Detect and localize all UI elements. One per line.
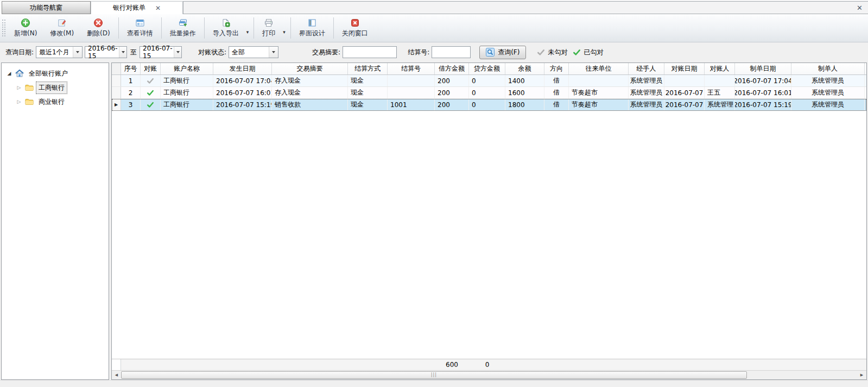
recon-status-select[interactable]: 全部 bbox=[229, 46, 278, 58]
cell-summary: 销售收款 bbox=[272, 99, 348, 110]
table-row[interactable]: 2工商银行2016-07-07 16:01存入现金现金20001600借节奏超市… bbox=[112, 87, 866, 99]
col-doc_date[interactable]: 制单日期 bbox=[735, 63, 791, 74]
date-range-preset-select[interactable]: 最近1个月 bbox=[36, 46, 83, 58]
cell-debit: 200 bbox=[435, 99, 469, 110]
app-window: 功能导航窗 银行对账单 ✕ ✕ 新增(N) bbox=[0, 0, 868, 387]
summary-filter-label: 交易摘要: bbox=[312, 48, 340, 57]
cell-seq: 3 bbox=[121, 99, 141, 110]
col-method[interactable]: 结算方式 bbox=[348, 63, 388, 74]
cell-direction: 借 bbox=[544, 87, 569, 98]
summary-filter-input[interactable] bbox=[343, 46, 397, 58]
details-icon bbox=[135, 18, 145, 28]
tree-expanded-icon[interactable]: ◢ bbox=[6, 71, 12, 76]
batch-operations-button[interactable]: 批量操作 bbox=[163, 15, 202, 41]
cell-settle_no bbox=[388, 87, 435, 98]
window-close-icon[interactable]: ✕ bbox=[857, 4, 863, 11]
grid-header: 序号对账账户名称发生日期交易摘要结算方式结算号借方金额贷方金额余额方向往来单位经… bbox=[112, 63, 866, 75]
footer-cell-handler bbox=[629, 359, 664, 370]
scroll-left-icon[interactable]: ◀ bbox=[112, 371, 121, 379]
cell-recon_person bbox=[705, 75, 735, 86]
col-handler[interactable]: 经手人 bbox=[629, 63, 664, 74]
cell-account: 工商银行 bbox=[161, 75, 213, 86]
tree-item-label: 工商银行 bbox=[36, 82, 67, 93]
chevron-down-icon[interactable]: ▾ bbox=[283, 29, 286, 35]
chevron-down-icon[interactable] bbox=[174, 47, 181, 58]
chevron-down-icon[interactable] bbox=[73, 47, 82, 58]
date-from-select[interactable]: 2016-06-15 bbox=[85, 46, 127, 58]
settle-no-filter-input[interactable] bbox=[432, 46, 471, 58]
search-button-label: 查询(F) bbox=[498, 48, 519, 57]
col-counterparty[interactable]: 往来单位 bbox=[569, 63, 629, 74]
col-account[interactable]: 账户名称 bbox=[161, 63, 213, 74]
toolbar: 新增(N) 修改(M) 删除(D) bbox=[0, 14, 868, 42]
tab-close-icon[interactable]: ✕ bbox=[155, 5, 161, 11]
print-button[interactable]: 打印 bbox=[256, 17, 282, 39]
cell-handler: 系统管理员 bbox=[629, 75, 664, 86]
col-check[interactable]: 对账 bbox=[141, 63, 161, 74]
tree-item-label: 商业银行 bbox=[36, 96, 67, 108]
col-balance[interactable]: 余额 bbox=[505, 63, 544, 74]
footer-cell-counterparty bbox=[569, 359, 629, 370]
footer-cell-debit: 600 bbox=[435, 359, 469, 370]
col-seq[interactable]: 序号 bbox=[121, 63, 141, 74]
col-date[interactable]: 发生日期 bbox=[213, 63, 272, 74]
tab-bank-statement[interactable]: 银行对账单 ✕ bbox=[91, 1, 183, 14]
grid-footer: 6000 bbox=[112, 359, 866, 370]
tree-item-commercial-bank[interactable]: ▷ 商业银行 bbox=[2, 95, 109, 109]
recon-status-label: 对账状态: bbox=[198, 48, 226, 57]
col-debit[interactable]: 借方金额 bbox=[435, 63, 469, 74]
import-export-icon bbox=[221, 18, 231, 28]
chevron-down-icon[interactable]: ▾ bbox=[246, 29, 249, 35]
tree-collapsed-icon[interactable]: ▷ bbox=[16, 85, 22, 90]
scrollbar-track[interactable]: ||| bbox=[121, 371, 857, 379]
date-to-select[interactable]: 2016-07-15 bbox=[140, 46, 182, 58]
col-credit[interactable]: 贷方金额 bbox=[469, 63, 505, 74]
add-button[interactable]: 新增(N) bbox=[8, 15, 43, 41]
table-row[interactable]: 1工商银行2016-07-07 17:04存入现金现金20001400借系统管理… bbox=[112, 75, 866, 87]
cell-settle_no: 1001 bbox=[388, 99, 435, 110]
close-window-button[interactable]: 关闭窗口 bbox=[335, 15, 375, 41]
checked-icon[interactable] bbox=[147, 101, 154, 109]
cell-check bbox=[141, 75, 161, 86]
col-direction[interactable]: 方向 bbox=[544, 63, 569, 74]
col-doc_person[interactable]: 制单人 bbox=[791, 63, 865, 74]
recon-status-value: 全部 bbox=[232, 48, 245, 57]
tree-item-icbc[interactable]: ▷ 工商银行 bbox=[2, 80, 109, 95]
tab-strip-filler: ✕ bbox=[183, 1, 868, 14]
scrollbar-thumb[interactable]: ||| bbox=[121, 371, 747, 379]
button-label: 查看详情 bbox=[127, 29, 153, 38]
chevron-down-icon[interactable] bbox=[269, 47, 278, 58]
horizontal-scrollbar[interactable]: ◀ ||| ▶ bbox=[112, 370, 866, 379]
scroll-right-icon[interactable]: ▶ bbox=[857, 371, 866, 379]
tree-root-all-accounts[interactable]: ◢ 全部银行账户 bbox=[2, 66, 109, 80]
ui-design-button[interactable]: 界面设计 bbox=[293, 15, 332, 41]
statement-grid: 序号对账账户名称发生日期交易摘要结算方式结算号借方金额贷方金额余额方向往来单位经… bbox=[111, 63, 867, 380]
cell-settle_no bbox=[388, 75, 435, 86]
status-bar bbox=[0, 380, 868, 387]
col-settle_no[interactable]: 结算号 bbox=[388, 63, 435, 74]
unchecked-icon[interactable] bbox=[147, 77, 154, 85]
row-indicator bbox=[112, 75, 121, 86]
chevron-down-icon[interactable] bbox=[119, 47, 126, 58]
tree-collapsed-icon[interactable]: ▷ bbox=[16, 99, 22, 104]
checked-icon[interactable] bbox=[147, 89, 154, 97]
table-row[interactable]: ▶3工商银行2016-07-07 15:19销售收款现金100120001800… bbox=[112, 99, 866, 111]
edit-button[interactable]: 修改(M) bbox=[43, 15, 80, 41]
tab-function-nav[interactable]: 功能导航窗 bbox=[2, 1, 91, 14]
col-recon_date[interactable]: 对账日期 bbox=[664, 63, 705, 74]
toolbar-separator bbox=[254, 17, 254, 39]
col-summary[interactable]: 交易摘要 bbox=[272, 63, 348, 74]
cell-debit: 200 bbox=[435, 87, 469, 98]
cell-doc_date: 2016-07-07 15:19 bbox=[735, 99, 791, 110]
cell-summary: 存入现金 bbox=[272, 75, 348, 86]
search-button[interactable]: 查询(F) bbox=[479, 46, 526, 59]
view-details-button[interactable]: 查看详情 bbox=[121, 15, 160, 41]
delete-button[interactable]: 删除(D) bbox=[80, 15, 117, 41]
import-export-button[interactable]: 导入导出 bbox=[206, 17, 245, 39]
cell-check bbox=[141, 99, 161, 110]
col-recon_person[interactable]: 对账人 bbox=[705, 63, 735, 74]
unchecked-icon bbox=[537, 48, 545, 57]
footer-cell-settle_no bbox=[388, 359, 435, 370]
toolbar-separator bbox=[290, 17, 291, 39]
footer-cell-credit: 0 bbox=[469, 359, 505, 370]
